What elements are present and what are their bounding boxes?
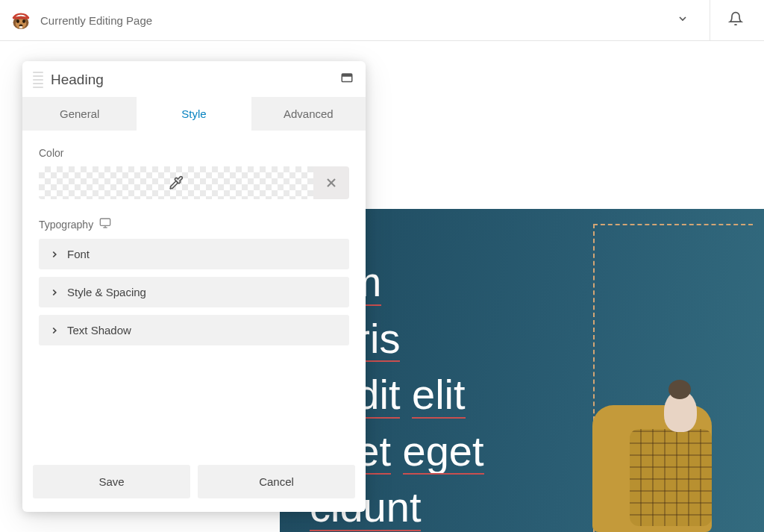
- background-image-person: [577, 383, 734, 532]
- accordion-label: Font: [67, 248, 90, 260]
- close-icon: [324, 175, 339, 190]
- accordion-font[interactable]: Font: [39, 239, 349, 269]
- tab-general[interactable]: General: [22, 97, 137, 131]
- svg-rect-8: [342, 74, 352, 77]
- typography-label: Typography: [39, 217, 349, 231]
- beaver-logo[interactable]: [9, 8, 33, 32]
- notifications-bell-icon[interactable]: [716, 11, 755, 29]
- page-title: Currently Editing Page: [40, 14, 662, 27]
- settings-tabs: General Style Advanced: [22, 97, 366, 131]
- cancel-button[interactable]: Cancel: [198, 465, 355, 498]
- chevron-right-icon: [49, 249, 60, 260]
- accordion-label: Style & Spacing: [67, 286, 146, 298]
- responsive-window-icon[interactable]: [340, 72, 354, 88]
- svg-rect-11: [101, 219, 110, 225]
- accordion-label: Text Shadow: [67, 324, 131, 337]
- tab-advanced[interactable]: Advanced: [251, 97, 366, 131]
- panel-title: Heading: [51, 72, 340, 88]
- responsive-monitor-icon[interactable]: [99, 217, 111, 231]
- page-dropdown-chevron[interactable]: [662, 13, 704, 28]
- svg-point-2: [16, 19, 19, 23]
- accordion-text-shadow[interactable]: Text Shadow: [39, 315, 349, 345]
- divider: [710, 0, 710, 41]
- drag-handle-icon[interactable]: [33, 72, 43, 88]
- svg-rect-5: [19, 26, 22, 28]
- chevron-right-icon: [49, 325, 60, 336]
- color-label: Color: [39, 147, 349, 159]
- color-clear-button[interactable]: [313, 166, 349, 199]
- svg-point-3: [22, 19, 25, 23]
- module-settings-panel: Heading General Style Advanced Color Typ…: [22, 61, 366, 512]
- accordion-style-spacing[interactable]: Style & Spacing: [39, 277, 349, 307]
- color-picker-swatch[interactable]: [39, 166, 313, 199]
- save-button[interactable]: Save: [33, 465, 190, 498]
- tab-style[interactable]: Style: [137, 97, 251, 131]
- chevron-right-icon: [49, 287, 60, 298]
- eyedropper-icon: [169, 175, 184, 190]
- svg-rect-6: [13, 16, 29, 19]
